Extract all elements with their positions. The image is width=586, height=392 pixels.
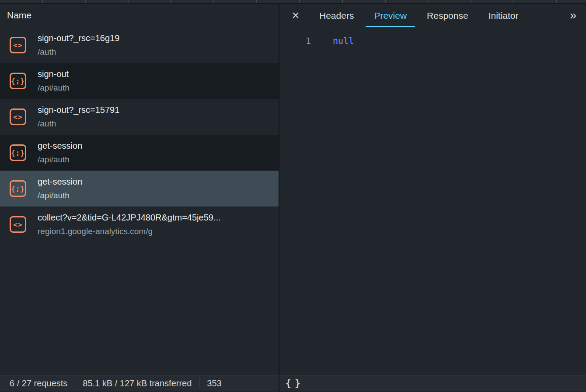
- fetch-icon: {;}: [10, 73, 26, 89]
- transferred-size: 85.1 kB / 127 kB transferred: [83, 378, 192, 388]
- request-path: region1.google-analytics.com/g: [38, 227, 221, 236]
- network-request-row[interactable]: <> collect?v=2&tid=G-L42JPJ480R&gtm=45je…: [0, 206, 279, 242]
- line-number: 1: [279, 35, 311, 46]
- network-request-row[interactable]: {;} get-session /api/auth: [0, 135, 279, 171]
- request-name: sign-out?_rsc=15791: [38, 105, 119, 115]
- request-path: /auth: [38, 119, 119, 129]
- request-path: /api/auth: [38, 155, 82, 164]
- request-name: sign-out?_rsc=16g19: [38, 33, 119, 43]
- network-overview-strip: [0, 0, 586, 4]
- network-panel: Name <> sign-out?_rsc=16g19 /auth {;} si…: [0, 4, 586, 391]
- network-request-row[interactable]: <> sign-out?_rsc=15791 /auth: [0, 99, 279, 135]
- fetch-icon: {;}: [10, 180, 26, 197]
- more-tabs-icon[interactable]: »: [570, 4, 576, 27]
- name-column-header[interactable]: Name: [0, 4, 279, 27]
- status-divider: [199, 378, 199, 389]
- tab-label: Initiator: [488, 10, 519, 21]
- request-list: <> sign-out?_rsc=16g19 /auth {;} sign-ou…: [0, 27, 279, 375]
- details-tabs-bar: ✕ Headers Preview Response Initiator »: [279, 4, 586, 27]
- preview-footer: { }: [279, 375, 586, 391]
- request-path: /auth: [38, 47, 119, 57]
- tab-initiator[interactable]: Initiator: [478, 4, 529, 27]
- network-request-row[interactable]: <> sign-out?_rsc=16g19 /auth: [0, 27, 279, 63]
- fetch-icon: {;}: [10, 144, 26, 161]
- requests-count: 6 / 27 requests: [10, 378, 67, 388]
- preview-line: 1 null: [279, 35, 586, 46]
- tab-headers[interactable]: Headers: [309, 4, 364, 27]
- request-path: /api/auth: [38, 83, 70, 93]
- network-status-bar: 6 / 27 requests 85.1 kB / 127 kB transfe…: [0, 375, 279, 391]
- request-name: get-session: [38, 141, 82, 151]
- request-list-panel: Name <> sign-out?_rsc=16g19 /auth {;} si…: [0, 4, 279, 391]
- name-column-label: Name: [7, 10, 31, 21]
- braces-icon[interactable]: { }: [286, 378, 300, 388]
- tab-label: Response: [427, 10, 468, 21]
- request-name: sign-out: [38, 69, 70, 79]
- network-request-row[interactable]: {;} sign-out /api/auth: [0, 63, 279, 99]
- document-icon: <>: [10, 108, 26, 125]
- preview-value-null: null: [333, 35, 354, 46]
- tab-response[interactable]: Response: [417, 4, 478, 27]
- tab-label: Preview: [374, 10, 407, 21]
- preview-content: 1 null: [279, 27, 586, 375]
- tab-preview[interactable]: Preview: [364, 4, 417, 27]
- resources-size: 353: [207, 378, 221, 388]
- tab-label: Headers: [319, 10, 354, 21]
- close-icon[interactable]: ✕: [288, 4, 303, 27]
- network-request-row-selected[interactable]: {;} get-session /api/auth: [0, 171, 279, 206]
- document-icon: <>: [10, 37, 26, 53]
- request-name: get-session: [38, 177, 82, 187]
- request-name: collect?v=2&tid=G-L42JPJ480R&gtm=45je59.…: [38, 213, 221, 223]
- document-icon: <>: [10, 216, 26, 233]
- status-divider: [75, 378, 75, 389]
- request-path: /api/auth: [38, 191, 82, 200]
- request-details-panel: ✕ Headers Preview Response Initiator » 1…: [279, 4, 586, 391]
